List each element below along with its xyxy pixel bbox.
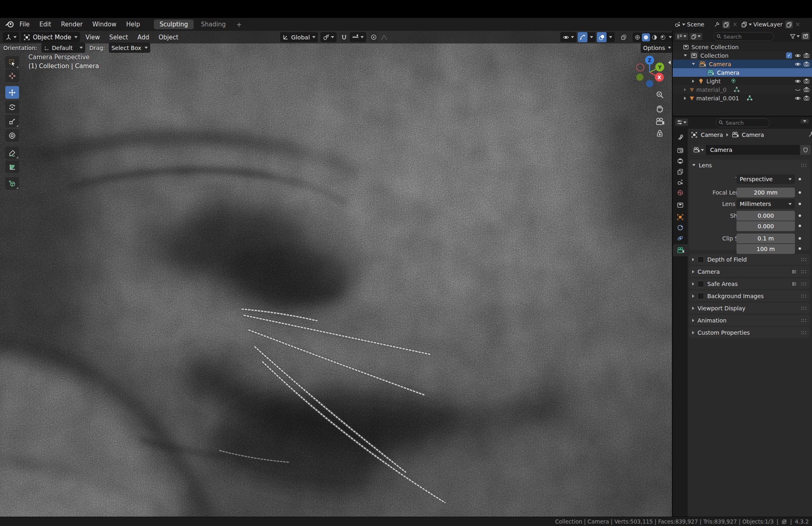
menu-object[interactable]: Object	[155, 31, 182, 43]
panel-drag-handle[interactable]	[801, 163, 807, 167]
shading-solid-button[interactable]	[642, 33, 650, 41]
hide-eye-icon[interactable]	[795, 95, 801, 102]
breadcrumb-object-label[interactable]: Camera	[701, 132, 723, 138]
scene-name[interactable]: Scene	[687, 21, 714, 28]
transform-orientation-selector[interactable]: Global	[280, 32, 318, 42]
mode-selector[interactable]: Object Mode	[21, 32, 80, 42]
xray-toggle[interactable]	[619, 32, 628, 42]
pivot-point-selector[interactable]	[320, 32, 337, 42]
clip-end-field[interactable]: 100 m	[736, 244, 795, 254]
panel-custom-properties[interactable]: Custom Properties	[689, 327, 810, 338]
panel-animation[interactable]: Animation	[689, 315, 810, 326]
tab-output[interactable]	[673, 156, 688, 166]
tool-select-box[interactable]	[5, 56, 19, 69]
tab-constraints[interactable]	[673, 222, 688, 233]
outliner-row-material-0[interactable]: ▼ material_0	[673, 85, 812, 94]
lens-panel-header[interactable]: Lens	[689, 160, 810, 171]
panel-safe-areas[interactable]: Safe Areas	[689, 278, 810, 289]
outliner-row-collection[interactable]: Collection ✓	[673, 51, 812, 60]
workspace-tab-sculpting[interactable]: Sculpting	[154, 19, 194, 29]
breadcrumb-data-label[interactable]: Camera	[742, 132, 764, 138]
tool-rotate[interactable]	[5, 101, 19, 113]
animate-dot[interactable]	[799, 191, 801, 194]
viewlayer-icon[interactable]	[741, 21, 747, 28]
outliner-display-mode-selector[interactable]	[689, 33, 702, 40]
outliner-editor-type-selector[interactable]	[675, 33, 688, 40]
menu-file[interactable]: File	[15, 18, 35, 31]
gizmo-axis-neg-x[interactable]	[637, 64, 644, 71]
collapse-chevron[interactable]	[692, 80, 694, 83]
outliner-row-material-0-001[interactable]: ▼ material_0.001	[673, 94, 812, 102]
id-name-field[interactable]: Camera	[706, 145, 800, 155]
menu-render[interactable]: Render	[56, 18, 87, 31]
collapse-chevron[interactable]	[684, 97, 686, 100]
properties-editor-type-selector[interactable]	[675, 119, 688, 126]
visibility-dropdown[interactable]	[560, 32, 577, 42]
outliner-row-scene-collection[interactable]: Scene Collection	[673, 43, 812, 51]
tab-physics[interactable]	[673, 233, 688, 243]
disable-render-camera-icon[interactable]	[803, 87, 810, 93]
scene-icon[interactable]	[674, 21, 681, 28]
fake-user-shield-button[interactable]	[800, 145, 811, 155]
focal-length-slider[interactable]: 200 mm	[736, 188, 795, 197]
outliner-filter-dropdown[interactable]	[790, 33, 800, 39]
properties-search-input[interactable]	[715, 118, 770, 127]
sidebar-toggle-arrow[interactable]	[668, 58, 671, 66]
menu-add[interactable]: Add	[134, 31, 153, 43]
outliner-item-label[interactable]: Scene Collection	[691, 44, 739, 50]
tool-move[interactable]	[5, 86, 19, 99]
network-offline-icon[interactable]	[781, 519, 787, 525]
clip-start-field[interactable]: 0.1 m	[736, 234, 795, 243]
animate-dot[interactable]	[799, 178, 801, 180]
snap-toggle[interactable]	[339, 32, 349, 42]
pin-scene-icon[interactable]	[714, 22, 720, 28]
new-viewlayer-button[interactable]	[785, 21, 793, 28]
drag-setting-dropdown[interactable]: Select Box	[109, 43, 150, 53]
overlays-dropdown[interactable]	[607, 32, 615, 42]
animate-dot[interactable]	[799, 237, 801, 240]
overlays-toggle[interactable]	[597, 32, 607, 42]
tab-object[interactable]	[673, 212, 688, 222]
tab-collection[interactable]	[673, 199, 688, 210]
tab-world[interactable]	[673, 187, 688, 198]
tool-measure[interactable]	[5, 160, 19, 173]
add-workspace-button[interactable]: +	[233, 21, 245, 28]
new-scene-button[interactable]	[722, 21, 730, 28]
outliner-row-light[interactable]: Light	[673, 77, 812, 85]
menu-view[interactable]: View	[82, 31, 104, 43]
presets-icon[interactable]	[792, 269, 797, 274]
animate-dot[interactable]	[799, 214, 801, 217]
pan-hand-button[interactable]	[655, 104, 664, 113]
animate-dot[interactable]	[799, 247, 801, 250]
proportional-falloff-selector[interactable]	[379, 32, 389, 42]
camera-view-button[interactable]	[655, 117, 664, 126]
workspace-tab-shading[interactable]: Shading	[195, 19, 231, 29]
tab-scene[interactable]	[673, 177, 688, 187]
outliner-item-label[interactable]: material_0.001	[696, 95, 739, 102]
hide-eye-icon[interactable]	[795, 52, 801, 59]
panel-background-images[interactable]: Background Images	[689, 290, 810, 301]
pin-id-icon[interactable]	[808, 131, 812, 138]
disable-render-camera-icon[interactable]	[803, 95, 810, 101]
viewlayer-name[interactable]: ViewLayer	[754, 21, 785, 28]
viewlayer-selector-chevron[interactable]	[749, 24, 752, 26]
panel-camera[interactable]: Camera	[689, 266, 810, 277]
orientation-setting-dropdown[interactable]: Default	[41, 43, 85, 53]
id-type-selector[interactable]	[691, 145, 706, 155]
menu-help[interactable]: Help	[121, 18, 145, 31]
outliner-search-input[interactable]	[713, 32, 774, 41]
shift-y-field[interactable]: 0.000	[736, 221, 795, 231]
outliner-row-camera-object[interactable]: Camera	[673, 60, 812, 68]
background-images-checkbox[interactable]	[698, 293, 704, 299]
collection-exclude-checkbox[interactable]: ✓	[786, 52, 792, 58]
shading-material-button[interactable]	[650, 33, 659, 41]
outliner-item-label[interactable]: Collection	[700, 52, 728, 59]
tool-cursor[interactable]	[5, 69, 19, 82]
tab-object-data[interactable]	[673, 244, 688, 256]
zoom-button[interactable]	[655, 90, 664, 99]
hidden-eye-closed-icon[interactable]	[795, 87, 801, 93]
tool-add-cube[interactable]	[5, 177, 19, 190]
shift-x-field[interactable]: 0.000	[736, 211, 795, 221]
tab-view-layer[interactable]	[673, 166, 688, 177]
disable-render-camera-icon[interactable]	[803, 52, 810, 58]
